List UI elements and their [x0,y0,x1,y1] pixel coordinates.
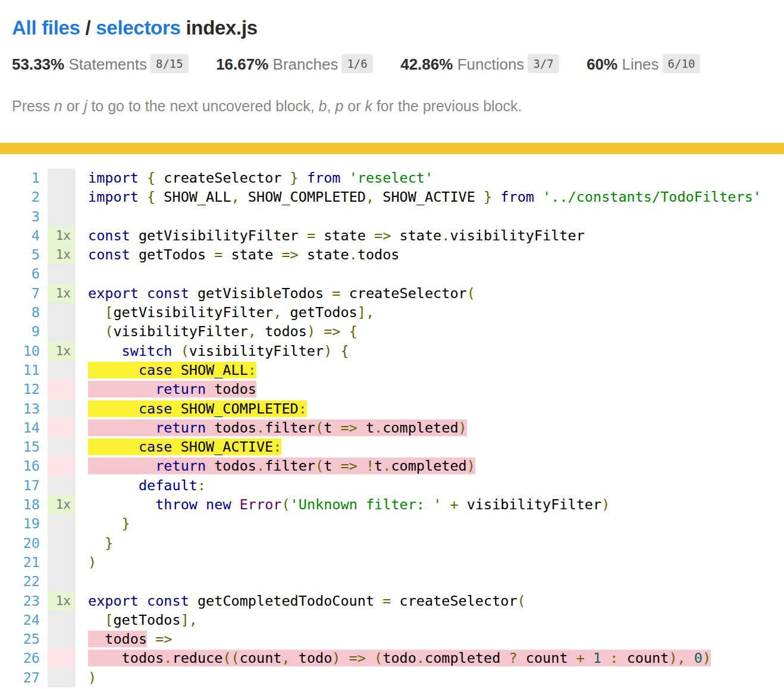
uncovered-statement-highlight: completed [425,650,509,666]
code-token [88,304,105,321]
code-token: createSelector [391,593,517,609]
code-token: ( [467,285,475,302]
uncovered-statement-highlight: return [155,381,206,397]
line-number-7[interactable]: 7 [0,284,40,303]
line-number-25[interactable]: 25 [0,630,40,649]
uncovered-statement-highlight: ) [467,458,475,474]
uncovered-statement-highlight: => [349,650,366,666]
line-number-14[interactable]: 14 [0,418,40,437]
execution-count-18: 1x [48,495,76,514]
code-token: const [147,285,189,302]
source-line-text-21: ) [76,553,784,572]
line-number-2[interactable]: 2 [0,187,40,206]
code-token [299,170,307,186]
code-token: getTodos [130,246,214,263]
code-token: getVisibleTodos [189,285,333,302]
code-line-18: 181x throw new Error('Unknown filter: ' … [0,495,784,514]
line-number-18[interactable]: 18 [0,495,40,514]
hint-key: p [335,98,343,114]
execution-count-16 [48,456,76,475]
line-number-15[interactable]: 15 [0,437,40,456]
code-token: state [222,246,281,263]
code-token: visibilityFilter [450,227,584,244]
functions-percentage: 42.86% [400,55,453,73]
source-line-text-8: [getVisibilityFilter, getTodos], [76,303,784,322]
uncovered-branch-highlight: case [139,439,173,455]
code-token [172,343,180,359]
execution-count-11 [48,361,76,380]
execution-count-8 [48,303,76,322]
uncovered-statement-highlight: . [382,458,391,474]
source-line-text-5: const getTodos = state => state.todos [76,245,784,264]
code-token: ) [307,323,315,340]
code-token: visibilityFilter [459,496,602,513]
code-token: todos [256,323,307,340]
source-line-text-19: } [76,514,784,533]
hint-text: Press [12,98,54,114]
code-token: => [324,323,340,340]
uncovered-statement-highlight [585,650,593,666]
uncovered-branch-highlight: SHOW_ACTIVE [172,439,273,455]
line-number-26[interactable]: 26 [0,649,40,668]
line-number-10[interactable]: 10 [0,342,40,361]
line-number-17[interactable]: 17 [0,476,40,495]
line-number-3[interactable]: 3 [0,207,40,226]
hint-text: , [327,98,335,114]
code-line-16: 16 return todos.filter(t => !t.completed… [0,456,784,475]
source-code-view: 1import { createSelector } from 'reselec… [0,154,784,687]
line-number-12[interactable]: 12 [0,380,40,399]
line-number-4[interactable]: 4 [0,226,40,245]
line-number-1[interactable]: 1 [0,168,40,187]
code-token: switch [122,343,173,359]
uncovered-statement-highlight: t [324,419,340,436]
source-line-text-26: todos.reduce((count, todo) => (todo.comp… [76,649,784,668]
line-number-8[interactable]: 8 [0,303,40,322]
hint-key: n [54,98,62,114]
line-number-16[interactable]: 16 [0,456,40,475]
line-number-21[interactable]: 21 [0,553,40,572]
code-token: from [307,170,341,186]
code-token: from [500,189,534,205]
code-token [139,285,147,302]
stat-functions: 42.86% Functions3/7 [400,55,559,74]
uncovered-statement-highlight [366,650,374,666]
code-line-25: 25 todos => [0,630,784,649]
line-number-23[interactable]: 23 [0,591,40,610]
execution-count-2 [48,187,76,206]
line-number-27[interactable]: 27 [0,668,40,687]
code-token: createSelector [155,170,290,186]
code-token: SHOW_ACTIVE [374,189,484,205]
source-line-text-14: return todos.filter(t => t.completed) [76,418,784,437]
line-number-24[interactable]: 24 [0,610,40,630]
uncovered-statement-highlight [686,650,694,666]
line-number-22[interactable]: 22 [0,572,40,591]
uncovered-statement-highlight: => [340,458,357,474]
breadcrumb-all-files-link[interactable]: All files [12,17,80,39]
line-number-11[interactable]: 11 [0,361,40,380]
uncovered-statement-highlight: return [155,419,206,436]
uncovered-statement-highlight: 1 [593,650,601,666]
code-token: export [88,593,139,609]
statements-fraction-badge: 8/15 [150,54,189,73]
line-number-9[interactable]: 9 [0,322,40,341]
code-token: ( [281,496,290,513]
code-token: export [88,285,139,302]
uncovered-statement-highlight: ) [332,650,340,666]
uncovered-statement-highlight: t [324,458,340,474]
hint-text: or [62,98,84,114]
line-number-19[interactable]: 19 [0,514,40,533]
code-line-7: 71xexport const getVisibleTodos = create… [0,284,784,303]
functions-fraction-badge: 3/7 [528,54,559,73]
uncovered-statement-highlight: todos [206,458,256,474]
line-number-13[interactable]: 13 [0,399,40,418]
code-token: ], [357,304,374,321]
code-token: ( [105,323,113,340]
code-line-12: 12 return todos [0,380,784,399]
uncovered-statement-highlight: count [618,650,669,666]
code-token [147,631,155,647]
breadcrumb-folder-link[interactable]: selectors [96,17,180,39]
line-number-5[interactable]: 5 [0,245,40,264]
line-number-20[interactable]: 20 [0,534,40,553]
code-token [88,323,105,340]
line-number-6[interactable]: 6 [0,264,40,283]
